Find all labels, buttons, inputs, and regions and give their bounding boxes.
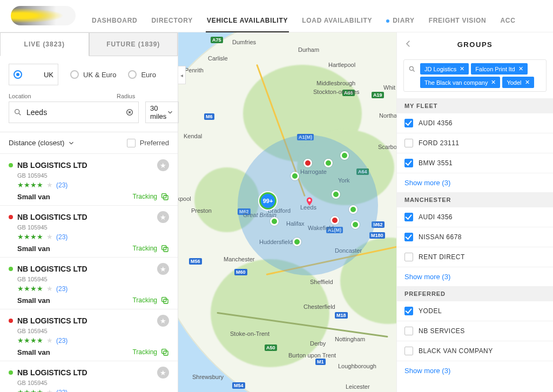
- favourite-button[interactable]: ★: [157, 263, 169, 275]
- radio-euro[interactable]: Euro: [128, 64, 156, 85]
- group-option[interactable]: FORD 23111: [397, 133, 553, 153]
- nav-dashboard[interactable]: DASHBOARD: [92, 17, 137, 32]
- group-option[interactable]: NISSAN 6678: [397, 227, 553, 247]
- groups-search[interactable]: JD Logistics✕Falcon Print ltd✕The Black …: [403, 59, 547, 92]
- tab-live[interactable]: LIVE (3823): [0, 32, 89, 56]
- result-card[interactable]: NB LOGISTICS LTD ★ GB 105945 ★★★★★(23) S…: [0, 258, 178, 309]
- svg-point-15: [308, 199, 311, 202]
- vehicle-type: Small van: [17, 245, 50, 253]
- review-count[interactable]: (23): [56, 233, 68, 241]
- filter-chip[interactable]: JD Logistics✕: [420, 63, 469, 75]
- map-marker[interactable]: [291, 172, 299, 180]
- radio-uk-euro[interactable]: UK & Euro: [70, 64, 116, 85]
- result-card[interactable]: NB LOGISTICS LTD ★ GB 105945 ★★★★★(23) S…: [0, 206, 178, 258]
- result-card[interactable]: NB LOGISTICS LTD ★ GB 105945 ★★★★★(23) S…: [0, 361, 178, 392]
- favourite-button[interactable]: ★: [157, 211, 169, 223]
- marker-cluster[interactable]: 99+: [259, 192, 276, 209]
- back-icon[interactable]: [403, 39, 413, 49]
- group-option[interactable]: NB SERVICES: [397, 321, 553, 341]
- map-marker[interactable]: [304, 159, 312, 167]
- preferred-toggle[interactable]: Preferred: [127, 139, 169, 147]
- map-marker[interactable]: [293, 238, 301, 246]
- map-marker[interactable]: [351, 220, 360, 229]
- checkbox-icon: [404, 347, 413, 355]
- result-code: GB 105945: [17, 172, 169, 179]
- map-marker[interactable]: [332, 190, 340, 199]
- show-more-link[interactable]: Show more (3): [397, 267, 553, 286]
- result-rating: ★★★★★(23): [17, 181, 169, 189]
- filter-chip[interactable]: Falcon Print ltd✕: [471, 63, 527, 75]
- tracking-button[interactable]: Tracking: [132, 192, 169, 201]
- radio-uk[interactable]: UK: [9, 64, 58, 85]
- city-label: Stoke-on-Trent: [230, 330, 269, 337]
- checkbox-icon: [404, 159, 413, 167]
- favourite-button[interactable]: ★: [157, 367, 169, 379]
- city-label: Chesterfield: [304, 303, 335, 310]
- city-label: Blackpool: [178, 195, 191, 202]
- nav-diary[interactable]: DIARY: [386, 17, 415, 32]
- city-label: Northall: [379, 112, 396, 119]
- show-more-link[interactable]: Show more (3): [397, 173, 553, 192]
- city-label: Penrith: [185, 67, 204, 73]
- tab-future[interactable]: FUTURE (1839): [89, 32, 178, 56]
- close-icon[interactable]: ✕: [491, 79, 496, 86]
- tracking-button[interactable]: Tracking: [132, 296, 169, 305]
- map[interactable]: A75 M6 A1(M) A1(M) A66 M62 M62 M180 M56 …: [178, 32, 396, 392]
- group-option[interactable]: YODEL: [397, 301, 553, 321]
- close-icon[interactable]: ✕: [460, 65, 464, 72]
- filter-chip[interactable]: Yodel✕: [502, 77, 534, 88]
- map-marker[interactable]: [331, 216, 339, 225]
- result-card[interactable]: NB LOGISTICS LTD ★ GB 105945 ★★★★★(23) S…: [0, 154, 178, 206]
- close-icon[interactable]: ✕: [518, 65, 523, 72]
- city-label: Carlisle: [208, 55, 228, 62]
- tracking-button[interactable]: Tracking: [132, 348, 169, 356]
- group-option[interactable]: BLACK VAN COMPANY: [397, 341, 553, 361]
- favourite-button[interactable]: ★: [157, 315, 169, 327]
- review-count[interactable]: (23): [56, 389, 68, 393]
- option-label: RENT DIRECT: [419, 253, 465, 261]
- city-label: Preston: [191, 207, 212, 214]
- app-logo[interactable]: [11, 6, 76, 25]
- results-list[interactable]: NB LOGISTICS LTD ★ GB 105945 ★★★★★(23) S…: [0, 154, 178, 392]
- review-count[interactable]: (23): [56, 285, 68, 293]
- map-marker[interactable]: [324, 159, 333, 167]
- result-name: NB LOGISTICS LTD: [17, 368, 87, 377]
- location-input[interactable]: [26, 108, 121, 117]
- group-option[interactable]: RENT DIRECT: [397, 247, 553, 267]
- nav-load-availability[interactable]: LOAD AVAILABILITY: [302, 17, 372, 32]
- chip-label: Falcon Print ltd: [475, 66, 515, 72]
- review-count[interactable]: (23): [56, 181, 68, 189]
- sort-dropdown[interactable]: Distance (closest): [9, 139, 75, 147]
- radio-ukeuro-label: UK & Euro: [83, 71, 116, 79]
- checkbox-icon: [404, 119, 413, 127]
- filter-chip[interactable]: The Black van company✕: [420, 77, 500, 88]
- nav-freight-vision[interactable]: FREIGHT VISION: [429, 17, 487, 32]
- section-header: PREFERRED: [397, 286, 553, 301]
- radius-select[interactable]: 30 miles: [145, 102, 179, 123]
- show-more-link[interactable]: Show more (3): [397, 361, 553, 380]
- clear-icon[interactable]: [125, 108, 134, 117]
- nav-directory[interactable]: DIRECTORY: [151, 17, 193, 32]
- tracking-button[interactable]: Tracking: [132, 244, 169, 253]
- map-marker[interactable]: [270, 217, 279, 226]
- favourite-button[interactable]: ★: [157, 159, 169, 171]
- group-option[interactable]: BMW 3551: [397, 153, 553, 173]
- road-shield: M18: [335, 312, 348, 319]
- tracking-icon: [160, 192, 169, 201]
- map-marker[interactable]: [340, 151, 349, 160]
- nav-vehicle-availability[interactable]: VEHICLE AVAILABILITY: [207, 17, 288, 32]
- group-option[interactable]: AUDI 4356: [397, 207, 553, 227]
- road-shield: A50: [265, 344, 277, 351]
- group-option[interactable]: AUDI 4356: [397, 113, 553, 133]
- status-dot-icon: [9, 319, 13, 323]
- nav-account[interactable]: ACC: [500, 17, 515, 32]
- city-label: Stockton-on-Tees: [313, 89, 360, 95]
- location-pin-icon[interactable]: [305, 197, 314, 206]
- search-icon: [14, 108, 22, 117]
- map-marker[interactable]: [349, 205, 358, 214]
- close-icon[interactable]: ✕: [525, 79, 530, 86]
- collapse-left-panel[interactable]: ◂: [178, 66, 186, 84]
- road-shield: M1: [315, 359, 326, 365]
- review-count[interactable]: (23): [56, 337, 68, 344]
- result-card[interactable]: NB LOGISTICS LTD ★ GB 105945 ★★★★★(23) S…: [0, 309, 178, 361]
